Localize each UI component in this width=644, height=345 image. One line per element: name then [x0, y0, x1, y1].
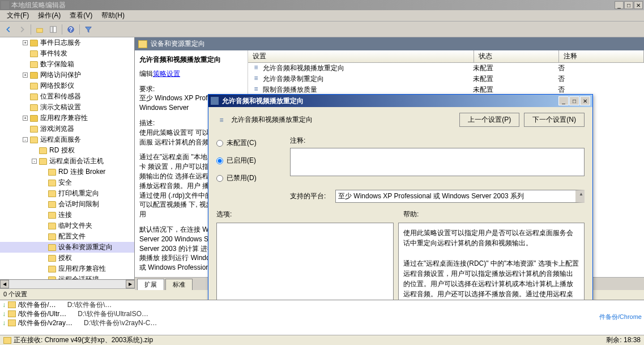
download-right-label[interactable]: 件备份/Chrome: [599, 313, 642, 321]
tree-item[interactable]: RD 连接 Broker: [0, 167, 134, 177]
list-row[interactable]: 允许音频录制重定向未配置否: [248, 74, 644, 84]
help-label: 帮助:: [398, 210, 585, 219]
download-row[interactable]: ↓ /软件备份/… D:\软件备份\…: [0, 300, 644, 309]
tab-standard[interactable]: 标准: [165, 279, 193, 290]
tree-item[interactable]: 连接: [0, 210, 134, 220]
tree-item[interactable]: 设备和资源重定向: [0, 242, 134, 253]
maximize-button[interactable]: □: [624, 1, 633, 9]
tree-item[interactable]: -远程桌面会话主机: [0, 156, 134, 167]
filter-button[interactable]: [82, 23, 95, 36]
downloads-panel: ↓ /软件备份/… D:\软件备份\… ↓ /软件备份/Ultr… D:\软件备…: [0, 300, 644, 335]
comment-textarea[interactable]: [290, 148, 585, 176]
tree-item-label: RD 授权: [49, 146, 75, 155]
req-label: 要求:: [139, 84, 243, 94]
scroll-track[interactable]: [9, 280, 126, 288]
radio-disabled[interactable]: 已禁用(D): [216, 173, 290, 183]
dialog-maximize-button[interactable]: □: [569, 96, 579, 105]
details-header: 设备和资源重定向: [135, 37, 644, 50]
tree-item[interactable]: 配置文件: [0, 231, 134, 242]
dialog-titlebar[interactable]: 允许音频和视频播放重定向 _ □ ✕: [208, 95, 592, 107]
cell-state: 未配置: [473, 74, 558, 84]
radio-not-configured[interactable]: 未配置(C): [216, 138, 290, 148]
window-controls: _ □ ✕: [615, 1, 643, 9]
tree-item[interactable]: 远程会话环境: [0, 274, 134, 279]
tree-item[interactable]: -远程桌面服务: [0, 134, 134, 145]
scroll-left-button[interactable]: ◀: [0, 280, 9, 288]
tree-pane[interactable]: +事件日志服务事件转发数字保险箱+网络访问保护网络投影仪位置和传感器演示文稿设置…: [0, 37, 135, 279]
tree-item[interactable]: 演示文稿设置: [0, 102, 134, 113]
expander-icon[interactable]: -: [32, 159, 37, 164]
next-setting-button[interactable]: 下一个设置(N): [524, 113, 585, 127]
tree-item[interactable]: 安全: [0, 177, 134, 188]
tree-item-label: RD 连接 Broker: [58, 167, 105, 177]
tree-item[interactable]: +应用程序兼容性: [0, 113, 134, 123]
tree-item[interactable]: 打印机重定向: [0, 188, 134, 199]
download-row[interactable]: ↓ /软件备份/v2ray… D:\软件备份\v2rayN-C…: [0, 318, 644, 327]
tree-item-label: 游戏浏览器: [40, 124, 74, 134]
comment-area: 注释:: [290, 136, 585, 176]
download-path: D:\软件备份\v2rayN-C…: [84, 318, 157, 328]
list-header: 设置 状态 注释: [248, 50, 644, 63]
policy-icon: [251, 74, 261, 82]
tree-hscrollbar[interactable]: ◀ ▶: [0, 279, 135, 288]
radio-enabled-label: 已启用(E): [227, 156, 256, 165]
tree-item-label: 连接: [58, 210, 72, 220]
close-button[interactable]: ✕: [634, 1, 643, 9]
tree-item[interactable]: 事件转发: [0, 48, 134, 59]
tree-item[interactable]: 临时文件夹: [0, 220, 134, 231]
folder-icon: [48, 266, 56, 272]
setting-name: 允许音频和视频播放重定向: [139, 55, 243, 65]
tree-item-label: 应用程序兼容性: [40, 113, 88, 123]
platform-value: 至少 Windows XP Professional 或 Windows Ser…: [335, 190, 585, 203]
tree-item[interactable]: 游戏浏览器: [0, 123, 134, 134]
download-name: /软件备份/v2ray…: [18, 318, 72, 328]
back-button[interactable]: [2, 23, 15, 36]
section-labels: 选项: 帮助:: [216, 210, 585, 219]
menu-action[interactable]: 操作(A): [33, 10, 65, 22]
col-setting[interactable]: 设置: [248, 50, 474, 62]
tree-item[interactable]: 位置和传感器: [0, 91, 134, 102]
expander-icon[interactable]: -: [23, 137, 28, 142]
nav-buttons: 上一个设置(P) 下一个设置(N): [459, 113, 585, 127]
tree-item[interactable]: 授权: [0, 253, 134, 263]
forward-button[interactable]: [16, 23, 28, 36]
tree-item-label: 应用程序兼容性: [58, 264, 106, 274]
expander-icon[interactable]: +: [23, 116, 28, 121]
radio-enabled[interactable]: 已启用(E): [216, 156, 290, 165]
download-path: D:\软件备份\…: [67, 300, 112, 310]
dialog-minimize-button[interactable]: _: [558, 96, 569, 105]
folder-icon: [30, 61, 38, 68]
tree-item[interactable]: 会话时间限制: [0, 199, 134, 210]
dialog-close-button[interactable]: ✕: [580, 96, 590, 105]
list-row[interactable]: 允许音频和视频播放重定向未配置否: [248, 63, 644, 74]
tree-item[interactable]: 应用程序兼容性: [0, 263, 134, 274]
download-row[interactable]: ↓ /软件备份/Ultr… D:\软件备份\UltraISO…: [0, 309, 644, 318]
tree-item-label: 网络投影仪: [40, 81, 74, 91]
menu-file[interactable]: 文件(F): [2, 10, 33, 22]
cell-state: 未配置: [473, 85, 558, 95]
folder-icon: [30, 115, 38, 122]
up-button[interactable]: [33, 23, 46, 36]
expander-icon[interactable]: +: [23, 73, 28, 78]
col-state[interactable]: 状态: [474, 50, 559, 62]
expander-icon[interactable]: +: [23, 40, 28, 45]
show-hide-tree-button[interactable]: [47, 23, 59, 36]
tree-item[interactable]: 网络投影仪: [0, 80, 134, 91]
tree-item[interactable]: RD 授权: [0, 145, 134, 156]
edit-policy-link[interactable]: 策略设置: [153, 70, 180, 78]
svg-text:?: ?: [69, 25, 72, 32]
folder-icon: [30, 93, 38, 100]
tree-item[interactable]: 数字保险箱: [0, 59, 134, 70]
status-folder-icon: [3, 337, 11, 344]
tree-item[interactable]: +网络访问保护: [0, 70, 134, 80]
help-button[interactable]: ?: [65, 23, 77, 36]
menu-help[interactable]: 帮助(H): [97, 10, 129, 22]
minimize-button[interactable]: _: [615, 1, 624, 9]
tab-extended[interactable]: 扩展: [137, 279, 164, 290]
menu-view[interactable]: 查看(V): [65, 10, 97, 22]
prev-setting-button[interactable]: 上一个设置(P): [459, 113, 519, 127]
tree-item[interactable]: +事件日志服务: [0, 37, 134, 48]
scroll-right-button[interactable]: ▶: [126, 280, 135, 288]
col-comment[interactable]: 注释: [559, 50, 644, 62]
help-para1: 使用此策略设置可以指定用户是否可以在远程桌面服务会话中重定向远程计算机的音频和视…: [403, 228, 579, 248]
